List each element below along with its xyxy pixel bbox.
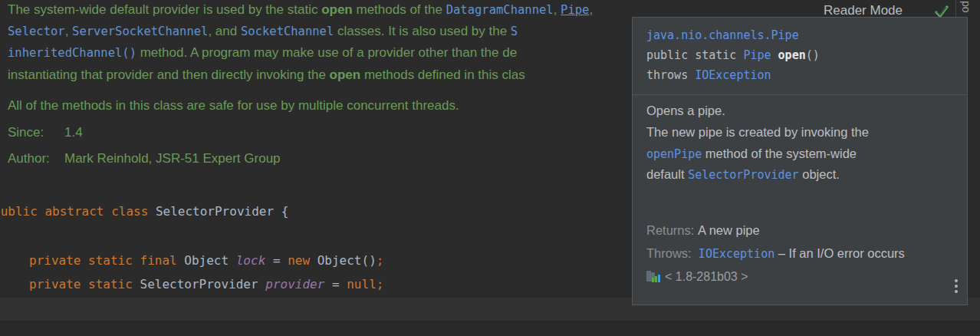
doc-code-open: open (321, 2, 353, 17)
code-class-name: SelectorProvider { (156, 204, 288, 219)
body-text: The new pipe is created by invoking the (646, 125, 869, 139)
doc-author-row: Author:Mark Reinhold, JSR-51 Expert Grou… (8, 150, 281, 167)
returns-label: Returns: (646, 223, 694, 237)
doc-paragraph-threadsafe: All of the methods in this class are saf… (8, 97, 459, 114)
sig-modifiers: public static (646, 48, 743, 62)
doc-popup-throws-clause: throws IOException (646, 68, 771, 82)
jdk-version: < 1.8-281b03 > (665, 270, 748, 283)
code-operator: = (265, 253, 288, 268)
popup-throws-row: Throws: IOException – If an I/O error oc… (646, 246, 905, 261)
popup-footer: < 1.8-281b03 > (646, 270, 748, 284)
doc-since-row: Since:1.4 (8, 124, 83, 141)
code-keywords: public abstract class (0, 204, 156, 219)
author-value: Mark Reinhold, JSR-51 Expert Group (64, 151, 281, 166)
throws-label: Throws: (646, 246, 692, 260)
doc-code-open: open (330, 68, 361, 82)
editor-bottom-strip (0, 321, 980, 336)
doc-text: methods defined in this clas (360, 68, 525, 82)
doc-text: , (65, 24, 72, 38)
doc-link-selector[interactable]: Selector (8, 25, 65, 38)
doc-popup-signature: public static Pipe open() (646, 48, 820, 62)
jdk-library-icon (646, 272, 660, 282)
since-label: Since: (8, 124, 64, 141)
doc-text: The system-wide default provider is used… (8, 2, 321, 17)
code-line-class-decl: public abstract class SelectorProvider { (0, 204, 288, 219)
code-semicolon: ; (377, 277, 384, 292)
doc-line: inheritedChannel() method. A program may… (8, 44, 517, 61)
body-text: object. (799, 167, 840, 181)
body-text: Opens a pipe. (646, 104, 725, 117)
popup-body-line: Opens a pipe. (646, 104, 725, 118)
code-keyword-null: null (347, 277, 377, 292)
doc-text: All of the methods in this class are saf… (8, 98, 459, 113)
body-text: method of the system-wide (702, 147, 857, 160)
body-text: default (646, 167, 688, 181)
selectorprovider-link[interactable]: SelectorProvider (688, 168, 799, 182)
ide-editor: The system-wide default provider is used… (0, 0, 980, 336)
quick-doc-popup: java.nio.channels.Pipe public static Pip… (632, 17, 968, 305)
doc-link-system[interactable]: S (511, 25, 518, 38)
code-keyword-new: new (288, 253, 317, 268)
doc-text: , (554, 2, 561, 17)
doc-text: methods of the (353, 2, 446, 17)
since-value: 1.4 (64, 125, 83, 140)
doc-text: method. A program may make use of a prov… (136, 45, 517, 60)
throws-type-link[interactable]: IOException (695, 68, 771, 82)
doc-line: The system-wide default provider is used… (8, 2, 593, 18)
doc-line: Selector, ServerSocketChannel, and Socke… (8, 23, 518, 40)
throws-keyword: throws (646, 68, 695, 82)
code-operator: = (324, 277, 347, 292)
openpipe-method-link[interactable]: openPipe (646, 147, 702, 161)
doc-text: , (589, 2, 593, 17)
code-line-field-lock: private static final Object lock = new O… (29, 253, 383, 268)
code-line-field-provider: private static SelectorProvider provider… (29, 277, 383, 292)
code-keywords: private static final (29, 253, 184, 268)
throws-desc: – If an I/O error occurs (774, 246, 905, 260)
doc-link-inheritedchannel[interactable]: inheritedChannel() (8, 46, 136, 60)
more-options-icon[interactable] (952, 277, 961, 297)
sig-method-name: open (778, 48, 806, 62)
code-type: SelectorProvider (140, 277, 266, 292)
doc-text: instantiating that provider and then dir… (8, 68, 330, 82)
doc-line: instantiating that provider and then dir… (8, 67, 525, 84)
header-divider (955, 0, 956, 17)
doc-link-datagramchannel[interactable]: DatagramChannel (446, 3, 554, 17)
doc-link-pipe[interactable]: Pipe (561, 3, 589, 17)
code-field-lock: lock (236, 253, 266, 268)
code-semicolon: ; (377, 253, 384, 268)
doc-link-serversocketchannel[interactable]: ServerSocketChannel (72, 25, 208, 38)
popup-body-line: openPipe method of the system-wide (646, 147, 857, 161)
doc-link-socketchannel[interactable]: SocketChannel (241, 25, 334, 38)
code-type: Object (184, 253, 235, 268)
doc-popup-class-link[interactable]: java.nio.channels.Pipe (646, 28, 799, 42)
author-label: Author: (8, 150, 64, 167)
doc-text: , and (208, 24, 241, 38)
sig-parens: () (806, 48, 820, 62)
popup-returns-row: Returns: A new pipe (646, 223, 760, 238)
code-keywords: private static (29, 277, 140, 292)
popup-body-line: default SelectorProvider object. (646, 167, 840, 182)
sig-return-type-link[interactable]: Pipe (743, 48, 778, 62)
returns-value: A new pipe (698, 223, 760, 237)
popup-separator (633, 94, 967, 95)
popup-class-fqn[interactable]: java.nio.channels.Pipe (646, 28, 799, 42)
ioexception-link[interactable]: IOException (699, 247, 774, 261)
code-constructor-call: Object() (317, 253, 377, 268)
reader-mode-toggle[interactable]: Reader Mode (824, 3, 903, 18)
code-field-provider: provider (265, 277, 324, 292)
popup-body-line: The new pipe is created by invoking the (646, 125, 869, 140)
doc-text: classes. It is also used by the (334, 24, 511, 38)
